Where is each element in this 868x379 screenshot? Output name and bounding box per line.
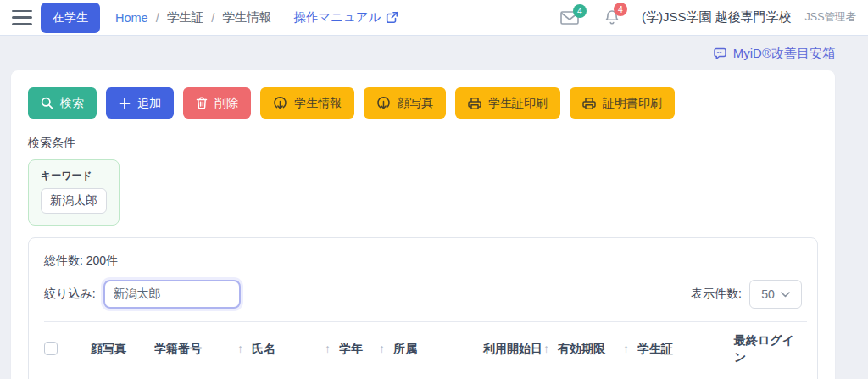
col-department: 所属 <box>393 322 483 376</box>
breadcrumb-student-info: 学生情報 <box>222 9 271 25</box>
student-info-download-button[interactable]: 学生情報 <box>260 87 354 119</box>
printer-icon <box>468 97 481 110</box>
col-face-photo: 顔写真 <box>91 322 154 376</box>
bell-badge: 4 <box>614 3 627 16</box>
add-button[interactable]: 追加 <box>106 87 174 119</box>
notifications-button[interactable]: 4 <box>604 9 620 25</box>
sort-arrow-student-id[interactable]: ↑ <box>237 340 247 357</box>
cell-last-login <box>734 376 807 379</box>
cell-start-date: 2020/04/01 <box>483 376 558 379</box>
breadcrumb-separator: / <box>156 11 159 25</box>
filter-label: 絞り込み: <box>44 287 96 302</box>
feedback-box-link[interactable]: MyiD®改善目安箱 <box>713 46 835 62</box>
col-student-id: 学籍番号↑ <box>154 322 252 376</box>
page-size-label: 表示件数: <box>691 287 742 302</box>
external-link-icon <box>386 11 398 24</box>
plus-icon <box>119 98 131 109</box>
filter-input[interactable] <box>103 280 241 309</box>
col-last-login: 最終ログイン <box>734 322 807 376</box>
download-icon <box>376 96 391 110</box>
delete-button[interactable]: 削除 <box>183 87 251 119</box>
page-size-value: 50 <box>761 287 775 301</box>
cell-name: 新潟太郎1 <box>252 376 339 379</box>
topbar: 在学生 Home / 学生証 / 学生情報 操作マニュアル 4 4 (学)JSS… <box>0 0 868 36</box>
printer-icon <box>582 97 596 110</box>
hamburger-menu-icon[interactable] <box>12 10 32 25</box>
table-row[interactable]: member000001 新潟太郎1 1 医療学科 看護コース 2020/04/… <box>44 376 807 379</box>
tab-current-students[interactable]: 在学生 <box>41 3 100 33</box>
sort-arrow-name[interactable]: ↑ <box>325 340 334 357</box>
user-role[interactable]: JSS管理者 <box>805 10 856 25</box>
keyword-condition-box: キーワード 新潟太郎 <box>28 159 120 226</box>
search-icon <box>41 97 53 109</box>
speech-bubble-icon <box>713 47 727 61</box>
face-photo-download-button[interactable]: 顔写真 <box>364 87 446 119</box>
sort-arrow-expiry-date[interactable]: ↑ <box>623 340 632 357</box>
main-card: 検索 追加 削除 学生情報 <box>11 70 835 379</box>
breadcrumb-home[interactable]: Home <box>115 11 148 25</box>
feedback-box-label: MyiD®改善目安箱 <box>733 46 835 62</box>
keyword-value-chip[interactable]: 新潟太郎 <box>41 188 107 214</box>
breadcrumb-student-id-card[interactable]: 学生証 <box>167 9 204 25</box>
table-header-row: 顔写真 学籍番号↑ 氏名↑ 学年↑ 所属 利用開始日↑ 有効期限↑ 学生証 <box>44 322 807 376</box>
manual-link-label: 操作マニュアル <box>293 9 381 25</box>
cell-expiry-date: 2040/03/31 <box>558 376 637 379</box>
total-count: 総件数: 200件 <box>44 254 802 269</box>
sort-arrow-grade[interactable]: ↑ <box>379 340 388 357</box>
search-conditions-title: 検索条件 <box>28 136 818 151</box>
certificate-print-button[interactable]: 証明書印刷 <box>570 87 675 119</box>
cell-grade: 1 <box>339 376 393 379</box>
results-card: 総件数: 200件 絞り込み: 表示件数: 50 <box>28 237 818 379</box>
breadcrumb-separator: / <box>211 11 214 25</box>
page-size-select[interactable]: 50 <box>749 280 802 309</box>
col-expiry-date: 有効期限↑ <box>558 322 637 376</box>
students-table: 顔写真 学籍番号↑ 氏名↑ 学年↑ 所属 利用開始日↑ 有効期限↑ 学生証 <box>44 321 807 379</box>
mail-button[interactable]: 4 <box>560 11 579 25</box>
trash-icon <box>196 97 208 109</box>
select-all-checkbox[interactable] <box>44 342 58 355</box>
cell-id-card-status: 顔写真申請前 <box>637 376 734 379</box>
page-content: MyiD®改善目安箱 検索 追加 <box>0 36 868 379</box>
breadcrumb: Home / 学生証 / 学生情報 <box>115 9 271 25</box>
col-grade: 学年↑ <box>339 322 393 376</box>
sort-arrow-start-date[interactable]: ↑ <box>543 340 553 357</box>
action-toolbar: 検索 追加 削除 学生情報 <box>28 87 818 119</box>
search-button[interactable]: 検索 <box>28 87 97 119</box>
total-count-value: 200件 <box>86 254 118 267</box>
col-start-date: 利用開始日↑ <box>483 322 558 376</box>
id-card-print-button[interactable]: 学生証印刷 <box>455 87 560 119</box>
col-id-card: 学生証 <box>637 322 734 376</box>
cell-student-id: member000001 <box>154 376 252 379</box>
cell-department: 医療学科 看護コース <box>393 376 483 379</box>
total-count-label: 総件数: <box>44 254 83 267</box>
manual-link[interactable]: 操作マニュアル <box>293 9 398 25</box>
organization-name: (学)JSS学園 越後専門学校 <box>642 9 792 25</box>
keyword-label: キーワード <box>41 169 107 183</box>
mail-badge: 4 <box>573 4 587 18</box>
col-name: 氏名↑ <box>252 322 339 376</box>
download-icon <box>273 96 287 110</box>
chevron-down-icon <box>781 292 790 298</box>
